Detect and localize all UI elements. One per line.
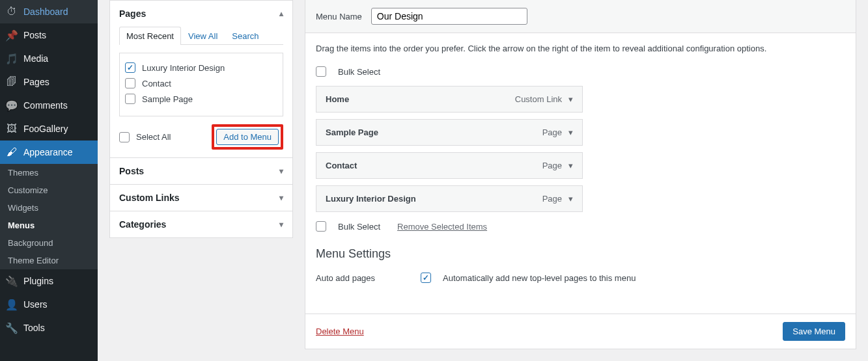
acc-title: Categories: [119, 219, 166, 230]
nav-appearance[interactable]: 🖌 Appearance: [0, 140, 98, 164]
menu-item-title: Sample Page: [326, 127, 378, 137]
acc-custom-links-head[interactable]: Custom Links ▾: [110, 184, 292, 211]
highlight-annotation: Add to Menu: [212, 124, 283, 150]
nav-label: Media: [23, 53, 48, 64]
nav-dashboard[interactable]: ⏱ Dashboard: [0, 0, 98, 23]
caret-down-icon: ▾: [279, 167, 283, 176]
nav-media[interactable]: 🎵 Media: [0, 47, 98, 70]
acc-pages-body: Most Recent View All Search Luxury Inter…: [110, 27, 292, 157]
page-row: Contact: [125, 75, 277, 91]
nav-label: Appearance: [23, 147, 73, 157]
save-menu-button[interactable]: Save Menu: [783, 322, 845, 341]
auto-add-checkbox[interactable]: [421, 273, 431, 283]
page-label: Contact: [142, 79, 171, 88]
auto-add-desc: Automatically add new top-level pages to…: [443, 273, 636, 283]
sub-background[interactable]: Background: [0, 234, 98, 252]
type-label: Page: [542, 161, 562, 170]
sub-themes[interactable]: Themes: [0, 164, 98, 181]
menu-item[interactable]: Sample Page Page ▾: [316, 119, 583, 146]
page-checkbox[interactable]: [125, 94, 135, 104]
menu-settings-heading: Menu Settings: [316, 247, 845, 261]
main-area: Pages ▴ Most Recent View All Search Luxu…: [98, 0, 868, 361]
nav-label: Tools: [23, 323, 45, 333]
menu-item-title: Contact: [326, 161, 357, 170]
nav-posts[interactable]: 📌 Posts: [0, 23, 98, 47]
tab-search[interactable]: Search: [225, 27, 266, 45]
page-checkbox[interactable]: [125, 62, 135, 73]
menu-item-type: Page ▾: [542, 161, 573, 170]
auto-add-row: Auto add pages Automatically add new top…: [316, 267, 845, 288]
acc-title: Pages: [119, 8, 146, 19]
caret-up-icon: ▴: [279, 9, 283, 18]
add-to-menu-button[interactable]: Add to Menu: [216, 129, 279, 145]
page-row: Luxury Interior Design: [125, 60, 277, 75]
pages-list: Luxury Interior Design Contact Sample Pa…: [119, 53, 283, 116]
caret-down-icon[interactable]: ▾: [568, 94, 573, 104]
menu-item[interactable]: Home Custom Link ▾: [316, 86, 583, 113]
caret-down-icon[interactable]: ▾: [568, 161, 573, 170]
caret-down-icon[interactable]: ▾: [568, 194, 573, 204]
tab-most-recent[interactable]: Most Recent: [119, 27, 181, 45]
page-row: Sample Page: [125, 91, 277, 107]
gallery-icon: 🖼: [5, 122, 18, 135]
acc-title: Posts: [119, 166, 144, 176]
remove-selected-link[interactable]: Remove Selected Items: [397, 222, 487, 232]
nav-foogallery[interactable]: 🖼 FooGallery: [0, 117, 98, 140]
sub-theme-editor[interactable]: Theme Editor: [0, 252, 98, 269]
bulk-select-checkbox[interactable]: [316, 66, 326, 77]
admin-sidebar: ⏱ Dashboard 📌 Posts 🎵 Media 🗐 Pages 💬 Co…: [0, 0, 98, 361]
menu-item-type: Custom Link ▾: [515, 94, 573, 104]
menu-name-row: Menu Name: [305, 0, 856, 33]
menu-name-label: Menu Name: [316, 12, 362, 21]
page-label: Luxury Interior Design: [142, 63, 225, 73]
nav-users[interactable]: 👤 Users: [0, 293, 98, 316]
nav-label: Comments: [23, 100, 68, 111]
bulk-select-top: Bulk Select: [316, 66, 845, 77]
instructions-text: Drag the items into the order you prefer…: [316, 44, 845, 53]
plug-icon: 🔌: [5, 274, 18, 287]
caret-down-icon: ▾: [279, 220, 283, 229]
user-icon: 👤: [5, 298, 18, 311]
comments-icon: 💬: [5, 99, 18, 112]
nav-label: Plugins: [23, 276, 53, 286]
type-label: Page: [542, 127, 562, 137]
nav-tools[interactable]: 🔧 Tools: [0, 316, 98, 340]
nav-label: Pages: [23, 77, 49, 87]
select-all-checkbox[interactable]: [119, 132, 130, 142]
acc-posts-head[interactable]: Posts ▾: [110, 157, 292, 184]
menu-item[interactable]: Luxury Interior Design Page ▾: [316, 185, 583, 212]
sub-menus[interactable]: Menus: [0, 217, 98, 234]
menu-items-list: Home Custom Link ▾ Sample Page Page ▾ Co…: [316, 86, 583, 212]
sub-customize[interactable]: Customize: [0, 181, 98, 199]
type-label: Custom Link: [515, 94, 562, 104]
pin-icon: 📌: [5, 29, 18, 42]
dashboard-icon: ⏱: [5, 5, 18, 18]
delete-menu-link[interactable]: Delete Menu: [316, 327, 364, 336]
acc-pages-head[interactable]: Pages ▴: [110, 1, 292, 27]
select-all-row: Select All: [119, 129, 171, 145]
menu-body: Drag the items into the order you prefer…: [305, 33, 856, 314]
menu-name-input[interactable]: [371, 8, 527, 25]
tab-view-all[interactable]: View All: [181, 27, 225, 45]
page-label: Sample Page: [142, 94, 193, 104]
nav-label: FooGallery: [23, 124, 68, 134]
nav-plugins[interactable]: 🔌 Plugins: [0, 269, 98, 293]
pages-tabs: Most Recent View All Search: [119, 27, 283, 45]
wrench-icon: 🔧: [5, 321, 18, 334]
menu-editor: Menu Name Drag the items into the order …: [305, 0, 856, 349]
nav-pages[interactable]: 🗐 Pages: [0, 70, 98, 94]
sub-widgets[interactable]: Widgets: [0, 199, 98, 217]
menu-item[interactable]: Contact Page ▾: [316, 152, 583, 179]
bulk-select-checkbox[interactable]: [316, 221, 326, 232]
auto-add-option: Automatically add new top-level pages to…: [421, 273, 636, 283]
menu-item-type: Page ▾: [542, 127, 573, 137]
page-checkbox[interactable]: [125, 78, 135, 88]
caret-down-icon[interactable]: ▾: [568, 127, 573, 137]
acc-pages-footer: Select All Add to Menu: [110, 116, 292, 150]
caret-down-icon: ▾: [279, 193, 283, 202]
menu-item-title: Home: [326, 94, 349, 104]
select-all-label: Select All: [136, 132, 171, 142]
nav-label: Posts: [23, 30, 46, 40]
acc-categories-head[interactable]: Categories ▾: [110, 211, 292, 237]
nav-comments[interactable]: 💬 Comments: [0, 94, 98, 117]
